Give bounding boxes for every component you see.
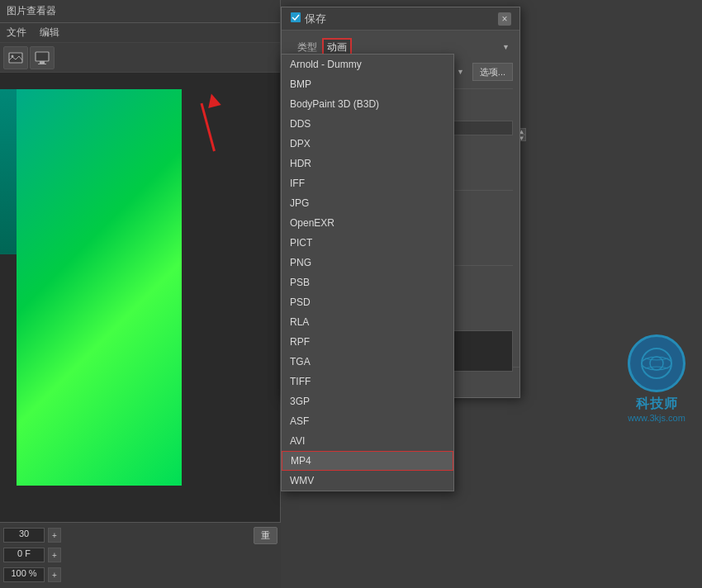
watermark-url: www.3kjs.com [628, 413, 685, 423]
ctrl-row-1: 30 + 重 [3, 526, 277, 544]
chong-button[interactable]: 重 [254, 527, 277, 544]
ctrl-row-3: 100 % + [3, 566, 277, 584]
canvas-green [17, 89, 182, 486]
svg-point-5 [642, 349, 671, 378]
image-viewer-panel: 图片查看器 文件 编辑 [0, 0, 281, 588]
ctrl-row-2: 0 F + [3, 546, 277, 564]
options-button[interactable]: 选项... [472, 63, 513, 81]
dropdown-item-tga[interactable]: TGA [282, 352, 453, 372]
dropdown-item-rpf[interactable]: RPF [282, 332, 453, 352]
dropdown-item-b3d[interactable]: BodyPaint 3D (B3D) [282, 94, 453, 114]
dropdown-item-hdr[interactable]: HDR [282, 154, 453, 173]
toolbar-img-btn[interactable] [3, 46, 28, 69]
type-label: 类型 [288, 40, 317, 55]
ctrl-plus-3[interactable]: + [48, 567, 61, 582]
watermark: 科技师 www.3kjs.com [628, 334, 685, 423]
viewer-menu: 文件 编辑 [0, 23, 280, 43]
dialog-titlebar: 保存 × [282, 7, 519, 31]
dropdown-item-bmp[interactable]: BMP [282, 74, 453, 94]
ctrl-value-1[interactable]: 30 [3, 528, 45, 543]
ctrl-value-3[interactable]: 100 % [3, 567, 45, 582]
dropdown-item-dpx[interactable]: DPX [282, 134, 453, 154]
dropdown-item-openexr[interactable]: OpenEXR [282, 213, 453, 233]
watermark-icon [628, 334, 685, 392]
dropdown-item-rla[interactable]: RLA [282, 312, 453, 332]
ctrl-plus-2[interactable]: + [48, 548, 61, 562]
dropdown-item-iff[interactable]: IFF [282, 173, 453, 193]
viewer-title: 图片查看器 [7, 4, 56, 18]
svg-rect-4 [38, 64, 46, 64]
dropdown-item-jpg[interactable]: JPG [282, 193, 453, 213]
dialog-close-button[interactable]: × [498, 12, 511, 26]
type-select-arrow: ▼ [502, 43, 510, 51]
viewer-titlebar: 图片查看器 [0, 0, 280, 23]
svg-rect-3 [40, 61, 45, 64]
svg-point-6 [650, 357, 663, 370]
canvas-area [0, 73, 280, 588]
watermark-text: 科技师 [636, 396, 678, 413]
svg-rect-8 [291, 12, 301, 22]
arrow-line [201, 103, 216, 152]
dialog-title-icon [290, 12, 301, 26]
dropdown-item-asf[interactable]: ASF [282, 411, 453, 431]
dropdown-item-psd[interactable]: PSD [282, 292, 453, 312]
dropdown-item-arnold-dummy[interactable]: Arnold - Dummy [282, 55, 453, 74]
dropdown-item-dds[interactable]: DDS [282, 114, 453, 134]
menu-edit[interactable]: 编辑 [40, 26, 59, 40]
dropdown-item-tiff[interactable]: TIFF [282, 372, 453, 391]
dropdown-item-png[interactable]: PNG [282, 253, 453, 273]
format-select-arrow: ▼ [457, 68, 464, 76]
ctrl-value-2[interactable]: 0 F [3, 548, 45, 562]
dropdown-item-3gp[interactable]: 3GP [282, 391, 453, 411]
dropdown-item-pict[interactable]: PICT [282, 233, 453, 253]
menu-file[interactable]: 文件 [7, 26, 26, 40]
dropdown-item-psb[interactable]: PSB [282, 273, 453, 292]
dropdown-item-mp4[interactable]: MP4 [282, 451, 453, 471]
dropdown-item-wmv[interactable]: WMV [282, 471, 453, 491]
bottom-controls: 30 + 重 0 F + 100 % + [0, 522, 281, 588]
svg-rect-2 [36, 52, 49, 61]
toolbar-monitor-btn[interactable] [30, 46, 55, 69]
dropdown-item-avi[interactable]: AVI [282, 431, 453, 451]
viewer-toolbar [0, 43, 280, 73]
ctrl-plus-1[interactable]: + [48, 528, 61, 543]
arrow-head [205, 92, 221, 108]
dialog-title: 保存 [305, 12, 326, 26]
format-dropdown: Arnold - Dummy BMP BodyPaint 3D (B3D) DD… [281, 54, 454, 491]
